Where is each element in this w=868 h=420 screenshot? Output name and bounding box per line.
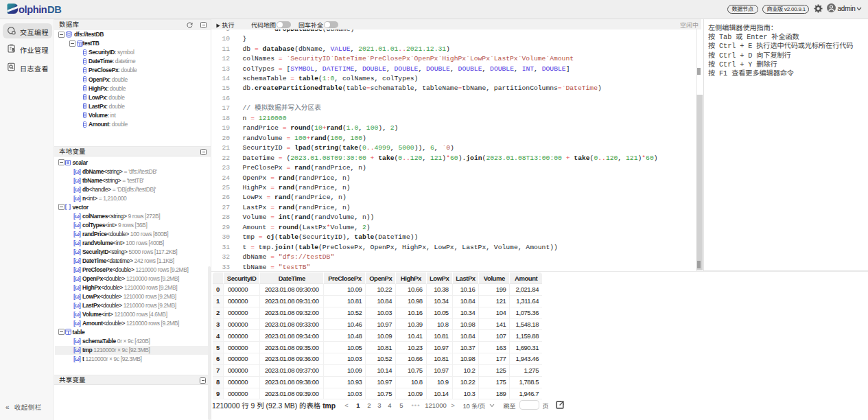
svg-text:olphin: olphin — [19, 4, 47, 15]
svg-text:DB: DB — [47, 4, 61, 15]
